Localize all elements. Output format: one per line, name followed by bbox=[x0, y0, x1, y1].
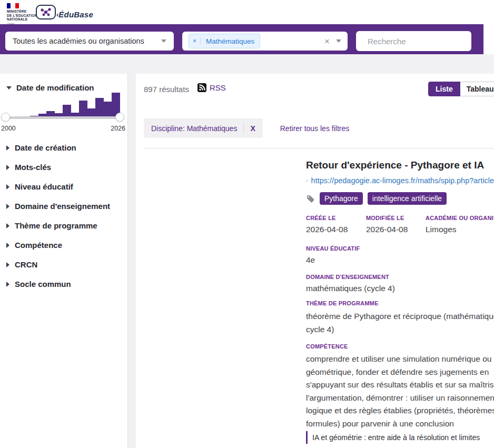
date-max-label: 2026 bbox=[111, 125, 125, 132]
view-list-button[interactable]: Liste bbox=[428, 82, 460, 96]
link-icon bbox=[306, 177, 308, 185]
result-card: Retour d'expérience - Pythagore et IA ht… bbox=[306, 158, 494, 448]
chevron-right-icon bbox=[6, 204, 9, 209]
ministry-line: NATIONALE bbox=[7, 17, 37, 22]
facet-competence[interactable]: Compétence bbox=[0, 235, 128, 255]
edubase-logo[interactable]: ‹ ÉduBase bbox=[36, 5, 93, 19]
meta-level: NIVEAU ÉDUCATIF 4e bbox=[306, 245, 494, 265]
results-panel: 897 résultats RSS Liste Tableau Discipli… bbox=[136, 74, 494, 448]
result-url[interactable]: https://pedagogie.ac-limoges.fr/maths/sp… bbox=[311, 176, 494, 185]
discipline-select[interactable]: × Mathématiques × bbox=[182, 32, 348, 51]
rss-icon bbox=[197, 83, 206, 92]
facet-niveau-educatif[interactable]: Niveau éducatif bbox=[0, 177, 128, 196]
results-count: 897 résultats bbox=[144, 85, 189, 94]
chip-divider bbox=[243, 124, 244, 133]
date-slider-handle-min[interactable] bbox=[1, 113, 10, 122]
facet-crcn[interactable]: CRCN bbox=[0, 255, 128, 274]
discipline-selected-tag: × Mathématiques bbox=[189, 34, 260, 48]
clear-all-filters-link[interactable]: Retirer tous les filtres bbox=[280, 124, 349, 133]
page-header: MINISTÈRE DE L'ÉDUCATION NATIONALE Liber… bbox=[0, 0, 494, 24]
ministry-line: DE L'ÉDUCATION bbox=[7, 14, 37, 18]
tag-pill[interactable]: intelligence artificielle bbox=[368, 192, 447, 205]
view-toggle: Liste Tableau bbox=[428, 82, 494, 96]
result-title: Retour d'expérience - Pythagore et IA bbox=[306, 160, 494, 171]
meta-competence: COMPÉTENCE comprendre et utiliser une si… bbox=[306, 343, 494, 430]
chevron-right-icon bbox=[6, 282, 9, 287]
chevron-right-icon bbox=[6, 223, 9, 228]
search-input[interactable] bbox=[363, 31, 477, 51]
edubase-page: { "header": { "ministry_lines": ["MINIST… bbox=[0, 0, 494, 448]
chevron-right-icon bbox=[6, 145, 9, 151]
filter-chip-discipline: Discipline: Mathématiques X bbox=[144, 118, 263, 138]
chevron-down-icon bbox=[6, 86, 12, 89]
results-divider bbox=[144, 148, 494, 148]
rss-label: RSS bbox=[210, 83, 226, 92]
histogram-bar bbox=[95, 98, 104, 118]
facet-list: Date de création Mots-clés Niveau éducat… bbox=[0, 138, 128, 294]
facet-mots-cles[interactable]: Mots-clés bbox=[0, 157, 128, 177]
tag-icon bbox=[306, 194, 315, 203]
date-slider-handle-max[interactable] bbox=[115, 113, 124, 122]
facet-domaine-enseignement[interactable]: Domaine d'enseignement bbox=[0, 196, 128, 216]
facet-date-creation[interactable]: Date de création bbox=[0, 138, 128, 157]
results-header: 897 résultats RSS Liste Tableau bbox=[144, 82, 494, 97]
remove-filter-button[interactable]: X bbox=[250, 124, 255, 133]
remove-discipline-icon[interactable]: × bbox=[189, 37, 201, 45]
date-min-label: 2000 bbox=[1, 125, 16, 132]
histogram-bar bbox=[104, 102, 112, 118]
result-url-row: https://pedagogie.ac-limoges.fr/maths/sp… bbox=[306, 176, 494, 185]
result-meta-row: CRÉÉE LE 2026-04-08 MODIFIÉE LE 2026-04-… bbox=[306, 215, 494, 235]
result-tags-row: Pythagore intelligence artificielle bbox=[306, 192, 494, 205]
ministry-line: MINISTÈRE bbox=[7, 9, 37, 14]
chevron-right-icon bbox=[6, 165, 9, 170]
search-toolbar: Toutes les académies ou organisations × … bbox=[0, 24, 483, 54]
active-filters-row: Discipline: Mathématiques X Retirer tous… bbox=[144, 118, 494, 138]
meta-academy: ACADÉMIE OU ORGANISATION Limoges bbox=[426, 215, 494, 235]
chevron-right-icon bbox=[6, 184, 9, 190]
academy-select-value: Toutes les académies ou organisations bbox=[13, 37, 161, 45]
meta-created: CRÉÉE LE 2026-04-08 bbox=[306, 215, 366, 235]
facet-theme-programme[interactable]: Thème de programme bbox=[0, 216, 128, 235]
facet-label: Date de modification bbox=[16, 83, 94, 92]
academy-select[interactable]: Toutes les académies ou organisations bbox=[5, 32, 174, 51]
edubase-network-icon bbox=[36, 5, 56, 19]
tag-pill[interactable]: Pythagore bbox=[320, 192, 363, 205]
date-histogram bbox=[30, 92, 120, 118]
discipline-tag-label: Mathématiques bbox=[201, 37, 260, 45]
histogram-bar bbox=[79, 101, 87, 118]
french-flag-icon bbox=[7, 3, 37, 8]
view-table-button[interactable]: Tableau bbox=[460, 82, 494, 96]
chevron-right-icon bbox=[6, 262, 9, 267]
result-description-quote: IA et géométrie : entre aide à la résolu… bbox=[306, 431, 494, 444]
rss-link[interactable]: RSS bbox=[197, 83, 226, 92]
search-field bbox=[356, 31, 471, 51]
meta-domain: DOMAINE D'ENSEIGNEMENT mathématiques (cy… bbox=[306, 274, 494, 294]
filter-chip-label: Discipline: Mathématiques bbox=[151, 124, 237, 133]
facet-socle-commun[interactable]: Socle commun bbox=[0, 274, 128, 294]
date-slider-track[interactable] bbox=[2, 116, 124, 119]
facet-date-modification[interactable]: Date de modification bbox=[0, 74, 127, 92]
clear-select-icon[interactable]: × bbox=[324, 37, 330, 46]
date-slider-labels: 2000 2026 bbox=[1, 125, 125, 132]
edubase-brand-name: ÉduBase bbox=[58, 10, 93, 19]
meta-modified: MODIFIÉE LE 2026-04-08 bbox=[366, 215, 426, 235]
chevron-down-icon bbox=[161, 39, 166, 43]
filters-sidebar: Date de modification 2000 2026 Date de c… bbox=[0, 74, 128, 448]
chevron-right-icon bbox=[6, 243, 9, 248]
chevron-down-icon bbox=[336, 39, 341, 43]
meta-theme: THÈME DE PROGRAMME théorème de Pythagore… bbox=[306, 300, 494, 336]
